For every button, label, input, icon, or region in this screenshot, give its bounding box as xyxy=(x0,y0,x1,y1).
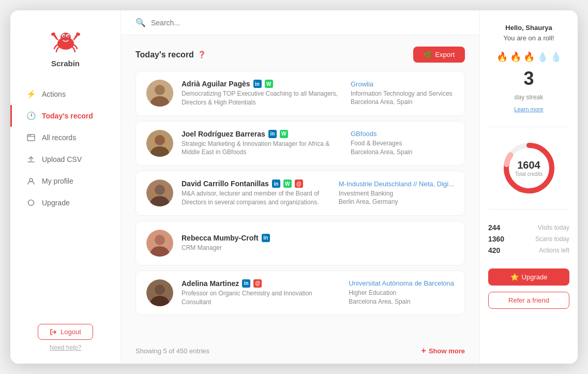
person-desc-3: M&A advisor, lecturer and member of the … xyxy=(182,189,330,207)
refer-label: Refer a friend xyxy=(508,296,549,304)
streak-emoji-3: 🔥 xyxy=(523,51,535,63)
streak-emoji-1: 🔥 xyxy=(496,51,508,63)
company-link-5[interactable]: Universitat Autònoma de Barcelona xyxy=(349,279,454,287)
app-container: Scrabin ⚡ Actions 🕐 Today's record All r… xyxy=(10,10,578,364)
streak-number: 3 xyxy=(523,68,534,89)
actions-label: Actions left xyxy=(539,247,569,254)
person-card-5: Adelina Martinez in @ Professor on Organ… xyxy=(135,271,465,316)
linkedin-badge-5: in xyxy=(242,279,250,288)
streak-emoji-5: 💧 xyxy=(550,51,562,63)
streak-emoji-2: 🔥 xyxy=(510,51,521,63)
sidebar-label-todays-record: Today's record xyxy=(42,112,93,120)
streak-emoji-4: 💧 xyxy=(537,51,548,63)
sidebar-nav: ⚡ Actions 🕐 Today's record All records U… xyxy=(10,78,120,313)
person-desc-2: Strategic Marketing & Innovation Manager… xyxy=(182,140,342,157)
show-more-plus: + xyxy=(421,346,426,355)
person-info-1: Adrià Aguilar Pagès in W Democratizing T… xyxy=(182,80,342,107)
records-footer: Showing 5 of 450 entries + Show more xyxy=(121,341,479,364)
greeting-line2: You are on a roll! xyxy=(504,33,554,43)
sidebar-item-upload-csv[interactable]: Upload CSV xyxy=(10,148,120,170)
main-content: 🔍 Today's record ❓ 🌿 Export xyxy=(121,10,479,364)
visits-value: 244 xyxy=(488,223,500,232)
svg-point-22 xyxy=(155,235,165,245)
whatsapp-badge-1: W xyxy=(265,80,273,88)
stat-row-actions: 420 Actions left xyxy=(488,245,569,256)
search-bar: 🔍 xyxy=(121,10,479,35)
person-desc-5: Professor on Organic Chemistry and Innov… xyxy=(182,289,340,307)
sidebar-item-actions[interactable]: ⚡ Actions xyxy=(10,83,120,105)
svg-point-19 xyxy=(155,185,165,195)
company-industry-2: Food & Beverages Barcelona Area, Spain xyxy=(351,139,454,157)
person-name-3: David Carrillo Fontanillas in W @ xyxy=(182,179,330,188)
avatar-img-4 xyxy=(146,230,173,257)
stat-row-scans: 1360 Scans today xyxy=(488,233,569,245)
upgrade-button[interactable]: ⭐ Upgrade xyxy=(488,268,569,286)
person-desc-4: CRM Manager xyxy=(182,244,342,252)
company-industry-1: Information Technology and Services Barc… xyxy=(351,89,454,107)
actions-icon: ⚡ xyxy=(26,89,36,99)
avatar-4 xyxy=(146,230,173,257)
records-title: Today's record ❓ xyxy=(135,50,206,59)
logout-button[interactable]: Logout xyxy=(38,324,93,340)
show-more-label: Show more xyxy=(429,347,465,355)
person-company-2: GBfoods Food & Beverages Barcelona Area,… xyxy=(351,130,454,157)
company-link-3[interactable]: M-Industrie Deutschland // Neta, Digi... xyxy=(339,180,454,188)
sidebar-item-upgrade[interactable]: Upgrade xyxy=(10,192,120,214)
right-panel: Hello, Shaurya You are on a roll! 🔥 🔥 🔥 … xyxy=(479,10,578,364)
learn-more-link[interactable]: Learn more xyxy=(514,106,543,112)
sidebar-label-upgrade: Upgrade xyxy=(42,199,70,207)
email-badge-5: @ xyxy=(253,279,262,288)
person-card-3: David Carrillo Fontanillas in W @ M&A ad… xyxy=(135,171,465,216)
refer-button[interactable]: Refer a friend xyxy=(488,292,569,309)
person-info-2: Joel Rodríguez Barreras in W Strategic M… xyxy=(182,130,342,157)
streak-label: day streak xyxy=(515,94,543,101)
show-more-button[interactable]: + Show more xyxy=(421,346,465,355)
person-card-1: Adrià Aguilar Pagès in W Democratizing T… xyxy=(135,71,465,116)
help-icon: ❓ xyxy=(198,51,206,58)
search-icon: 🔍 xyxy=(135,18,146,27)
avatar-img-2 xyxy=(146,130,173,157)
upgrade-star-icon: ⭐ xyxy=(510,273,519,281)
avatar-img-1 xyxy=(146,80,173,107)
sidebar-label-upload-csv: Upload CSV xyxy=(42,155,82,163)
search-input[interactable] xyxy=(151,19,465,27)
person-info-4: Rebecca Mumby-Croft in CRM Manager xyxy=(182,234,342,252)
company-link-2[interactable]: GBfoods xyxy=(351,130,454,138)
actions-value: 420 xyxy=(488,246,500,255)
svg-point-11 xyxy=(29,178,33,182)
svg-point-25 xyxy=(155,285,165,295)
logout-label: Logout xyxy=(61,328,81,336)
stats-area: 244 Visits today 1360 Scans today 420 Ac… xyxy=(488,222,569,256)
export-label: Export xyxy=(435,51,455,58)
sidebar: Scrabin ⚡ Actions 🕐 Today's record All r… xyxy=(10,10,121,364)
export-icon: 🌿 xyxy=(424,51,432,58)
sidebar-item-todays-record[interactable]: 🕐 Today's record xyxy=(10,105,120,127)
need-help-link[interactable]: Need help? xyxy=(50,344,81,351)
export-button[interactable]: 🌿 Export xyxy=(413,47,465,63)
credits-number: 1604 xyxy=(515,159,542,171)
avatar-3 xyxy=(146,179,173,206)
sidebar-item-my-profile[interactable]: My profile xyxy=(10,170,120,192)
sidebar-item-all-records[interactable]: All records xyxy=(10,127,120,148)
divider-1 xyxy=(488,127,569,127)
whatsapp-badge-3: W xyxy=(283,179,292,188)
avatar-5 xyxy=(146,279,173,306)
sidebar-label-actions: Actions xyxy=(42,90,66,98)
company-industry-3: Investment Banking Berlin Area, Germany xyxy=(339,189,454,207)
person-company-3: M-Industrie Deutschland // Neta, Digi...… xyxy=(339,180,454,207)
svg-point-1 xyxy=(61,33,71,42)
person-company-1: Growlia Information Technology and Servi… xyxy=(351,80,454,107)
todays-record-icon: 🕐 xyxy=(26,111,36,121)
person-card-2: Joel Rodríguez Barreras in W Strategic M… xyxy=(135,121,465,166)
person-company-5: Universitat Autònoma de Barcelona Higher… xyxy=(349,279,454,306)
company-link-1[interactable]: Growlia xyxy=(351,80,454,88)
scans-label: Scans today xyxy=(535,235,569,243)
credits-label: Total credits xyxy=(515,171,542,177)
linkedin-badge-2: in xyxy=(268,130,277,138)
all-records-icon xyxy=(26,133,36,142)
company-industry-5: Higher Education Barcelona Area, Spain xyxy=(349,289,454,306)
person-card-4: Rebecca Mumby-Croft in CRM Manager xyxy=(135,221,465,265)
whatsapp-badge-2: W xyxy=(280,130,288,138)
avatar-1 xyxy=(146,80,173,107)
svg-point-9 xyxy=(28,135,29,136)
